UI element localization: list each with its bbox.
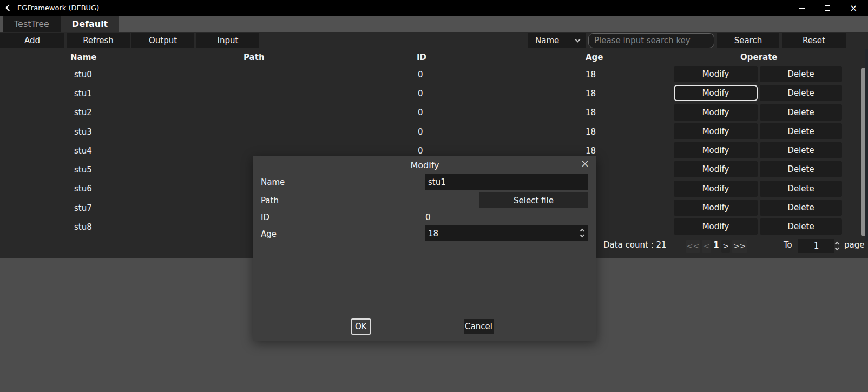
cell-age: 18 [586, 146, 596, 156]
add-button[interactable]: Add [0, 33, 64, 48]
first-page-button[interactable]: << [686, 240, 700, 253]
cell-name: stu3 [74, 127, 92, 137]
table-header: Name Path ID Age Operate [0, 50, 868, 65]
row-modify-button[interactable]: Modify [674, 123, 758, 139]
age-field-label: Age [261, 229, 277, 239]
cell-age: 18 [586, 108, 596, 117]
reset-button[interactable]: Reset [782, 33, 846, 48]
page-spinner-icon[interactable] [836, 242, 839, 250]
filter-field-value: Name [535, 36, 559, 45]
tab-bar: TestTree Default [0, 16, 868, 32]
cell-id: 0 [418, 70, 423, 79]
data-count-label: Data count : 21 [603, 240, 667, 250]
close-icon: × [850, 4, 857, 13]
filter-field-dropdown[interactable]: Name [528, 33, 586, 48]
cell-id: 0 [418, 146, 423, 156]
header-age: Age [586, 50, 603, 65]
close-button[interactable]: × [841, 0, 866, 16]
row-delete-button[interactable]: Delete [760, 104, 842, 121]
table-row: stu1 0 18 Modify Delete [0, 84, 868, 103]
path-field-label: Path [261, 196, 279, 205]
cell-name: stu0 [74, 70, 92, 79]
goto-page-input[interactable] [798, 239, 834, 253]
row-delete-button[interactable]: Delete [760, 218, 842, 235]
page-label: page [844, 240, 864, 250]
maximize-icon [825, 5, 830, 11]
header-operate: Operate [740, 50, 778, 65]
current-page-number: 1 [712, 240, 720, 250]
header-name: Name [70, 50, 96, 65]
row-modify-button[interactable]: Modify [674, 200, 758, 216]
cell-name: stu6 [74, 184, 92, 194]
header-id: ID [417, 50, 426, 65]
ok-button[interactable]: OK [351, 318, 371, 335]
search-input[interactable] [588, 33, 714, 48]
row-modify-button[interactable]: Modify [674, 66, 758, 82]
minimize-icon [799, 8, 805, 9]
back-icon [5, 4, 12, 11]
row-delete-button[interactable]: Delete [760, 85, 842, 101]
select-file-button[interactable]: Select file [479, 192, 588, 208]
titlebar: EGFramework (DEBUG) × [0, 0, 868, 16]
cell-name: stu2 [74, 108, 92, 117]
age-spinner-icon[interactable] [581, 229, 584, 237]
table-row: stu2 0 18 Modify Delete [0, 103, 868, 122]
goto-label: To [784, 240, 792, 250]
cell-age: 18 [586, 89, 596, 98]
row-modify-button[interactable]: Modify [674, 161, 758, 177]
right-edge-strip [865, 49, 868, 241]
table-row: stu3 0 18 Modify Delete [0, 122, 868, 141]
row-delete-button[interactable]: Delete [760, 200, 842, 216]
cell-name: stu8 [74, 222, 92, 232]
cell-id: 0 [418, 89, 423, 98]
cancel-button[interactable]: Cancel [464, 319, 494, 334]
dialog-close-icon[interactable]: × [579, 157, 591, 169]
output-button[interactable]: Output [131, 33, 194, 48]
prev-page-button[interactable]: < [702, 240, 711, 253]
row-modify-button[interactable]: Modify [674, 142, 758, 158]
search-button[interactable]: Search [717, 33, 779, 48]
cell-name: stu4 [74, 146, 92, 156]
row-delete-button[interactable]: Delete [760, 142, 842, 158]
refresh-button[interactable]: Refresh [67, 33, 130, 48]
modify-dialog: Modify × Name Path Select file ID 0 Age … [253, 156, 596, 341]
input-button[interactable]: Input [196, 33, 259, 48]
id-field-label: ID [261, 212, 269, 222]
header-path: Path [244, 50, 265, 65]
cell-age: 18 [586, 127, 596, 137]
minimize-button[interactable] [789, 0, 814, 16]
row-modify-button[interactable]: Modify [674, 218, 758, 235]
cell-name: stu5 [74, 165, 92, 175]
row-delete-button[interactable]: Delete [760, 123, 842, 139]
dialog-title: Modify [253, 160, 596, 170]
chevron-down-icon [575, 37, 581, 43]
age-input[interactable] [425, 225, 588, 241]
cell-id: 0 [418, 127, 423, 137]
tab-default[interactable]: Default [61, 16, 119, 32]
maximize-button[interactable] [815, 0, 840, 16]
cell-age: 18 [586, 70, 596, 79]
id-value: 0 [425, 212, 431, 222]
row-modify-button[interactable]: Modify [674, 85, 758, 101]
vertical-scrollbar[interactable] [861, 68, 865, 236]
row-modify-button[interactable]: Modify [674, 181, 758, 197]
app-window: EGFramework (DEBUG) × TestTree Default A… [0, 0, 868, 392]
row-modify-button[interactable]: Modify [674, 104, 758, 121]
tab-testtree[interactable]: TestTree [3, 16, 61, 32]
row-delete-button[interactable]: Delete [760, 161, 842, 177]
cell-name: stu1 [74, 89, 92, 98]
row-delete-button[interactable]: Delete [760, 181, 842, 197]
window-title: EGFramework (DEBUG) [17, 0, 99, 16]
last-page-button[interactable]: >> [732, 240, 747, 253]
cell-name: stu7 [74, 203, 92, 213]
name-input[interactable] [425, 174, 588, 190]
row-delete-button[interactable]: Delete [760, 66, 842, 82]
table-row: stu0 0 18 Modify Delete [0, 65, 868, 84]
name-field-label: Name [261, 177, 285, 187]
next-page-button[interactable]: > [721, 240, 730, 253]
cell-id: 0 [418, 108, 423, 117]
